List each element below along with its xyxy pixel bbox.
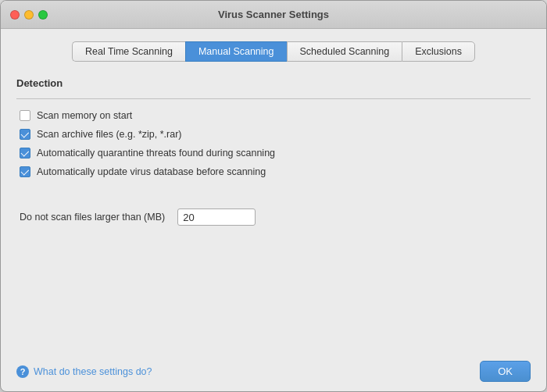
traffic-lights <box>10 10 48 20</box>
tab-realtime[interactable]: Real Time Scanning <box>72 41 185 62</box>
scan-archive-checkbox[interactable] <box>20 129 30 140</box>
detection-section-label: Detection <box>16 77 531 89</box>
tab-scheduled[interactable]: Scheduled Scanning <box>287 41 402 62</box>
scan-archive-label: Scan archive files (e.g. *zip, *.rar) <box>37 129 182 140</box>
auto-quarantine-label: Automatically quarantine threats found d… <box>37 148 275 159</box>
ok-button[interactable]: OK <box>480 361 531 382</box>
tab-manual[interactable]: Manual Scanning <box>185 41 287 62</box>
help-link[interactable]: ? What do these settings do? <box>16 365 152 378</box>
auto-quarantine-checkbox[interactable] <box>20 148 30 159</box>
titlebar: Virus Scanner Settings <box>1 1 546 29</box>
checkbox-row-scan-memory: Scan memory on start <box>20 110 531 121</box>
app-window: Virus Scanner Settings Real Time Scannin… <box>0 0 547 392</box>
checkbox-row-auto-quarantine: Automatically quarantine threats found d… <box>20 148 531 159</box>
file-size-label: Do not scan files larger than (MB) <box>20 212 165 223</box>
checkbox-row-scan-archive: Scan archive files (e.g. *zip, *.rar) <box>20 129 531 140</box>
scan-memory-label: Scan memory on start <box>37 110 132 121</box>
help-text: What do these settings do? <box>34 366 152 377</box>
bottom-bar: ? What do these settings do? OK <box>1 351 546 391</box>
tab-exclusions[interactable]: Exclusions <box>402 41 475 62</box>
checkbox-group: Scan memory on start Scan archive files … <box>16 110 531 177</box>
file-size-row: Do not scan files larger than (MB) <box>16 208 531 226</box>
scan-memory-checkbox[interactable] <box>20 110 30 121</box>
content-area: Real Time Scanning Manual Scanning Sched… <box>1 29 546 351</box>
auto-update-label: Automatically update virus database befo… <box>37 166 266 177</box>
main-area: Detection Scan memory on start Scan arch… <box>16 77 531 339</box>
auto-update-checkbox[interactable] <box>20 166 30 177</box>
minimize-button[interactable] <box>24 10 34 20</box>
window-title: Virus Scanner Settings <box>218 9 329 20</box>
file-size-input[interactable] <box>177 208 256 226</box>
tab-bar: Real Time Scanning Manual Scanning Sched… <box>16 41 531 62</box>
maximize-button[interactable] <box>38 10 48 20</box>
section-divider <box>16 98 531 99</box>
help-icon: ? <box>16 365 29 378</box>
checkbox-row-auto-update: Automatically update virus database befo… <box>20 166 531 177</box>
close-button[interactable] <box>10 10 20 20</box>
